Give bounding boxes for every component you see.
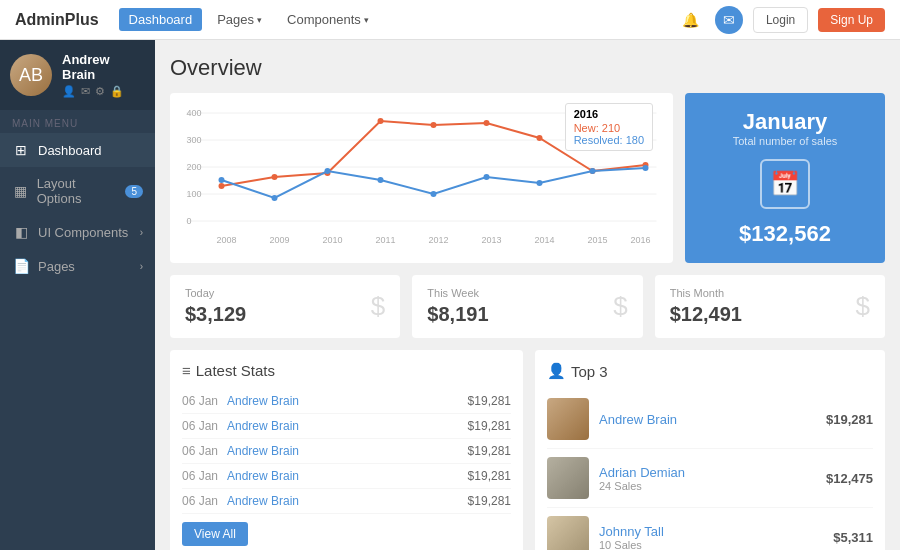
table-row: 06 Jan Andrew Brain $19,281 <box>182 464 511 489</box>
layout-badge: 5 <box>125 185 143 198</box>
svg-point-32 <box>431 191 437 197</box>
stat-today-value: $3,129 <box>185 303 246 326</box>
svg-text:2010: 2010 <box>323 235 343 245</box>
user-gear-icon: ⚙ <box>95 85 105 98</box>
stat-dollar-icon-week: $ <box>613 291 627 322</box>
stat-week-value: $8,191 <box>427 303 488 326</box>
user-mail-icon: ✉ <box>81 85 90 98</box>
svg-text:400: 400 <box>187 108 202 118</box>
page-title: Overview <box>170 55 885 81</box>
brand-logo: AdminPlus <box>15 11 99 29</box>
svg-point-31 <box>378 177 384 183</box>
stat-today-label: Today <box>185 287 246 299</box>
top3-icon: 👤 <box>547 362 566 380</box>
svg-point-22 <box>378 118 384 124</box>
svg-text:2012: 2012 <box>429 235 449 245</box>
top3-amount-3: $5,311 <box>833 530 873 545</box>
sidebar-item-ui[interactable]: ◧ UI Components › <box>0 215 155 249</box>
svg-text:2014: 2014 <box>535 235 555 245</box>
sidebar-item-pages[interactable]: 📄 Pages › <box>0 249 155 283</box>
latest-stats-title: ≡ Latest Stats <box>182 362 511 379</box>
pages-icon: 📄 <box>12 258 30 274</box>
user-icons: 👤 ✉ ⚙ 🔒 <box>62 85 145 98</box>
layout-icon: ▦ <box>12 183 29 199</box>
top3-avatar-3 <box>547 516 589 550</box>
svg-text:2013: 2013 <box>482 235 502 245</box>
mail-icon[interactable]: ✉ <box>715 6 743 34</box>
stat-month-label: This Month <box>670 287 742 299</box>
svg-text:2008: 2008 <box>217 235 237 245</box>
svg-text:300: 300 <box>187 135 202 145</box>
latest-stats-card: ≡ Latest Stats 06 Jan Andrew Brain $19,2… <box>170 350 523 550</box>
signup-button[interactable]: Sign Up <box>818 8 885 32</box>
chart-tooltip: 2016 New: 210 Resolved: 180 <box>565 103 653 151</box>
components-caret: ▾ <box>364 15 369 25</box>
nav-dashboard[interactable]: Dashboard <box>119 8 203 31</box>
svg-point-33 <box>484 174 490 180</box>
calendar-icon: 📅 <box>760 159 810 209</box>
top3-name-3: Johnny Tall <box>599 524 823 539</box>
calendar-month: January <box>743 109 827 135</box>
list-item: Andrew Brain $19,281 <box>547 390 873 449</box>
nav-right: 🔔 ✉ Login Sign Up <box>677 6 885 34</box>
svg-point-23 <box>431 122 437 128</box>
tooltip-resolved: Resolved: 180 <box>574 134 644 146</box>
sidebar-item-layout[interactable]: ▦ Layout Options 5 <box>0 167 155 215</box>
main-menu-label: MAIN MENU <box>0 110 155 133</box>
tooltip-new: New: 210 <box>574 122 644 134</box>
top3-amount-1: $19,281 <box>826 412 873 427</box>
table-row: 06 Jan Andrew Brain $19,281 <box>182 414 511 439</box>
svg-text:2016: 2016 <box>631 235 651 245</box>
stats-row: Today $3,129 $ This Week $8,191 $ This M… <box>170 275 885 338</box>
nav-components[interactable]: Components ▾ <box>277 8 379 31</box>
stat-week-label: This Week <box>427 287 488 299</box>
main-content: Overview 400 300 200 100 0 2008 2009 2 <box>155 40 900 550</box>
bottom-row: ≡ Latest Stats 06 Jan Andrew Brain $19,2… <box>170 350 885 550</box>
stat-month: This Month $12,491 $ <box>655 275 885 338</box>
user-name: Andrew Brain <box>62 52 145 82</box>
svg-point-35 <box>590 168 596 174</box>
svg-point-20 <box>272 174 278 180</box>
svg-point-29 <box>272 195 278 201</box>
svg-text:0: 0 <box>187 216 192 226</box>
top3-title: 👤 Top 3 <box>547 362 873 380</box>
stat-dollar-icon-month: $ <box>856 291 870 322</box>
user-section: AB Andrew Brain 👤 ✉ ⚙ 🔒 <box>0 40 155 110</box>
svg-text:2009: 2009 <box>270 235 290 245</box>
list-item: Johnny Tall 10 Sales $5,311 <box>547 508 873 550</box>
table-row: 06 Jan Andrew Brain $19,281 <box>182 489 511 514</box>
ui-arrow: › <box>140 227 143 238</box>
stats-table: 06 Jan Andrew Brain $19,281 06 Jan Andre… <box>182 389 511 514</box>
dashboard-icon: ⊞ <box>12 142 30 158</box>
svg-point-24 <box>484 120 490 126</box>
sidebar-item-dashboard[interactable]: ⊞ Dashboard <box>0 133 155 167</box>
top3-amount-2: $12,475 <box>826 471 873 486</box>
svg-text:100: 100 <box>187 189 202 199</box>
svg-text:2011: 2011 <box>376 235 396 245</box>
svg-text:2015: 2015 <box>588 235 608 245</box>
top3-card: 👤 Top 3 Andrew Brain $19,281 Adrian Demi… <box>535 350 885 550</box>
top-row: 400 300 200 100 0 2008 2009 2010 2011 20… <box>170 93 885 263</box>
pages-arrow: › <box>140 261 143 272</box>
calendar-subtitle: Total number of sales <box>733 135 838 147</box>
svg-point-25 <box>537 135 543 141</box>
bell-icon[interactable]: 🔔 <box>677 6 705 34</box>
stat-today: Today $3,129 $ <box>170 275 400 338</box>
svg-point-36 <box>643 165 649 171</box>
calendar-card: January Total number of sales 📅 $132,562 <box>685 93 885 263</box>
top3-avatar-1 <box>547 398 589 440</box>
top3-name-1: Andrew Brain <box>599 412 816 427</box>
svg-text:200: 200 <box>187 162 202 172</box>
nav-pages[interactable]: Pages ▾ <box>207 8 272 31</box>
top3-sub-3: 10 Sales <box>599 539 823 551</box>
table-row: 06 Jan Andrew Brain $19,281 <box>182 389 511 414</box>
top3-name-2: Adrian Demian <box>599 465 816 480</box>
chart-card: 400 300 200 100 0 2008 2009 2010 2011 20… <box>170 93 673 263</box>
login-button[interactable]: Login <box>753 7 808 33</box>
view-all-button[interactable]: View All <box>182 522 248 546</box>
list-item: Adrian Demian 24 Sales $12,475 <box>547 449 873 508</box>
stat-month-value: $12,491 <box>670 303 742 326</box>
stat-dollar-icon-today: $ <box>371 291 385 322</box>
tooltip-year: 2016 <box>574 108 644 120</box>
ui-icon: ◧ <box>12 224 30 240</box>
